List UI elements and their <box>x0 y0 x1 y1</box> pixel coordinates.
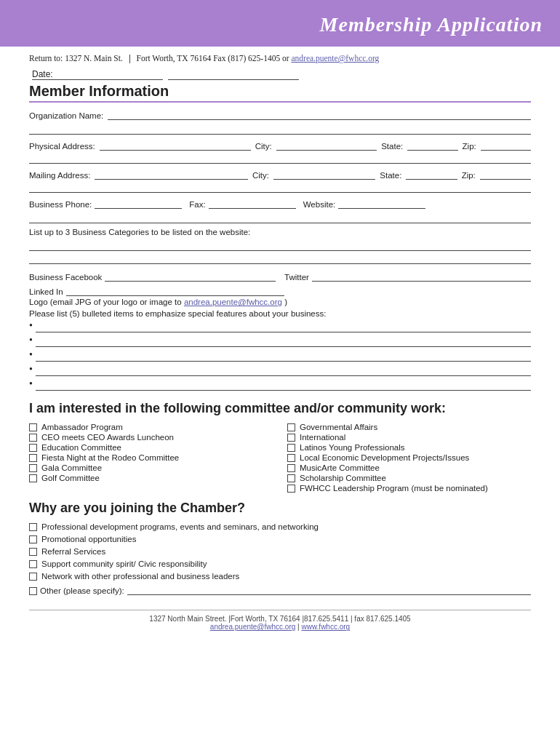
bullet-row-5: • <box>29 379 531 391</box>
page: Membership Application Return to: 1327 N… <box>0 0 560 745</box>
footer-email[interactable]: andrea.puente@fwhcc.org <box>210 623 295 631</box>
checkbox-other[interactable] <box>29 587 37 595</box>
footer-website[interactable]: www.fwhcc.org <box>301 623 350 631</box>
checkbox-scholarship[interactable] <box>287 474 295 482</box>
committee-item-ambassador: Ambassador Program <box>29 422 273 432</box>
bullet-row-1: • <box>29 321 531 332</box>
facebook-segment: Business Facebook <box>29 270 276 282</box>
committee-item-latinos: Latinos Young Professionals <box>287 442 531 453</box>
categories-line-1[interactable] <box>29 239 531 251</box>
committee-item-leadership: FWHCC Leadership Program (must be nomina… <box>287 483 531 493</box>
committee-left-col: Ambassador Program CEO meets CEO Awards … <box>29 422 273 493</box>
committee-item-govt: Governmental Affairs <box>287 422 531 432</box>
committee-item-intl: International <box>287 432 531 442</box>
physical-state-input[interactable] <box>407 139 457 151</box>
checkbox-ceo[interactable] <box>29 434 37 442</box>
linkedin-input[interactable] <box>66 284 284 296</box>
mailing-state-input[interactable] <box>406 168 457 180</box>
physical-city-input[interactable] <box>276 139 377 151</box>
fax-input[interactable] <box>209 197 296 209</box>
committee-item-gala: Gala Committee <box>29 463 273 473</box>
checkbox-education[interactable] <box>29 444 37 452</box>
committee-right-col: Governmental Affairs International Latin… <box>287 422 531 493</box>
mailing-city-input[interactable] <box>273 168 375 180</box>
org-input[interactable] <box>108 108 531 120</box>
committee-label-gala: Gala Committee <box>41 463 102 472</box>
committee-label-local-econ: Local Economic Development Projects/Issu… <box>300 453 469 462</box>
checkbox-community[interactable] <box>29 560 37 568</box>
checkbox-referral[interactable] <box>29 548 37 556</box>
twitter-input[interactable] <box>312 270 531 282</box>
state-label-2: State: <box>380 171 401 180</box>
social-row: Business Facebook Twitter <box>29 270 531 282</box>
org-name-row: Organization Name: <box>29 108 531 120</box>
why-label-professional: Professional development programs, event… <box>41 522 319 531</box>
checkbox-professional[interactable] <box>29 523 37 531</box>
physical-label: Physical Address: <box>29 142 95 151</box>
committee-label-scholarship: Scholarship Committee <box>300 474 386 482</box>
bullet-input-2[interactable] <box>36 335 531 347</box>
other-input[interactable] <box>127 583 531 595</box>
email-link[interactable]: andrea.puente@fwhcc.org <box>292 54 380 63</box>
bullet-row-3: • <box>29 350 531 362</box>
committee-label-latinos: Latinos Young Professionals <box>300 443 405 452</box>
why-label-promotional: Promotional opportunities <box>41 535 136 543</box>
footer: 1327 North Main Street. |Fort Worth, TX … <box>29 610 531 631</box>
separator <box>129 55 130 63</box>
checkbox-ambassador[interactable] <box>29 423 37 431</box>
bullet-dot-5: • <box>29 379 33 389</box>
logo-email[interactable]: andrea.puente@fwhcc.org <box>184 298 282 306</box>
facebook-input[interactable] <box>105 270 276 282</box>
committee-label-ceo: CEO meets CEO Awards Luncheon <box>41 433 174 442</box>
checkbox-govt[interactable] <box>287 423 295 431</box>
phone-input[interactable] <box>95 197 182 209</box>
why-item-network: Network with other professional and busi… <box>29 571 531 581</box>
categories-label: List up to 3 Business Categories to be l… <box>29 228 531 236</box>
why-item-other: Other (please specify): <box>29 583 531 595</box>
bullet-input-5[interactable] <box>36 379 531 391</box>
checkbox-local-econ[interactable] <box>287 454 295 462</box>
checkbox-promotional[interactable] <box>29 535 37 543</box>
committee-item-golf: Golf Committee <box>29 473 273 483</box>
checkbox-leadership[interactable] <box>287 485 295 493</box>
why-item-referral: Referral Services <box>29 546 531 557</box>
committee-label-golf: Golf Committee <box>41 474 100 482</box>
bullet-input-4[interactable] <box>36 364 531 376</box>
logo-line: Logo (email JPG of your logo or image to… <box>29 298 531 306</box>
categories-line-2[interactable] <box>29 252 531 264</box>
committee-label-education: Education Committee <box>41 443 121 452</box>
header-banner: Membership Application <box>0 0 560 47</box>
why-label-other: Other (please specify): <box>40 586 124 595</box>
state-label-1: State: <box>381 142 403 151</box>
website-input[interactable] <box>338 197 425 209</box>
phone-underline <box>29 212 531 223</box>
bullet-dot-1: • <box>29 321 33 331</box>
checkbox-musicarte[interactable] <box>287 464 295 472</box>
facebook-label: Business Facebook <box>29 273 102 282</box>
checkbox-fiesta[interactable] <box>29 454 37 462</box>
physical-address-row: Physical Address: City: State: Zip: <box>29 139 531 151</box>
why-item-professional: Professional development programs, event… <box>29 522 531 532</box>
city-label-1: City: <box>255 142 272 151</box>
physical-underline <box>29 152 531 164</box>
twitter-label: Twitter <box>284 273 309 282</box>
physical-zip-input[interactable] <box>481 139 531 151</box>
checkbox-network[interactable] <box>29 573 37 581</box>
physical-address-input[interactable] <box>100 139 251 151</box>
checkbox-golf[interactable] <box>29 474 37 482</box>
committee-item-ceo: CEO meets CEO Awards Luncheon <box>29 432 273 442</box>
why-join-title: Why are you joining the Chamber? <box>29 501 531 516</box>
linkedin-row: Linked In <box>29 284 531 296</box>
checkbox-gala[interactable] <box>29 464 37 472</box>
why-label-community: Support community spirit/ Civic responsi… <box>41 559 207 568</box>
bullet-input-3[interactable] <box>36 350 531 362</box>
return-prefix: Return to: 1327 N. Main St. <box>29 54 123 63</box>
mailing-address-input[interactable] <box>95 168 248 180</box>
committee-item-education: Education Committee <box>29 442 273 453</box>
mailing-zip-input[interactable] <box>480 168 531 180</box>
bullet-input-1[interactable] <box>36 321 531 332</box>
checkbox-intl[interactable] <box>287 434 295 442</box>
mailing-address-row: Mailing Address: City: State: Zip: <box>29 168 531 180</box>
checkbox-latinos[interactable] <box>287 444 295 452</box>
mailing-underline <box>29 181 531 193</box>
